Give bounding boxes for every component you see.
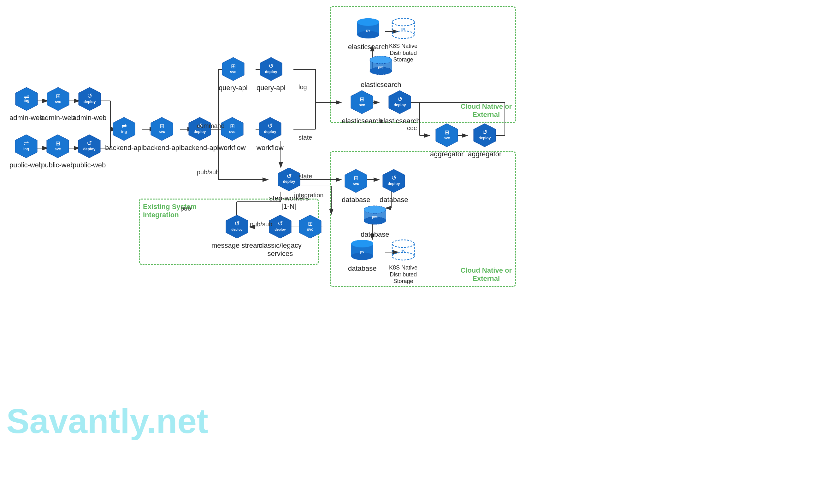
- svg-text:⊞: ⊞: [360, 96, 364, 102]
- svg-text:⊞: ⊞: [55, 140, 60, 147]
- admin-web-deploy-label: admin-web: [73, 114, 107, 122]
- es-svc-node: svc ⊞ elasticsearch: [342, 90, 382, 125]
- svg-text:svc: svc: [307, 227, 313, 232]
- svg-text:pv: pv: [366, 28, 371, 32]
- workflow-deploy-label: workflow: [257, 144, 284, 152]
- backend-api-svc-label: backend-api: [143, 144, 181, 152]
- es-deploy-label: elasticsearch: [380, 117, 420, 125]
- edge-label-pubsub2: pub/sub: [250, 221, 272, 228]
- aggregator-svc-node: svc ⊞ aggregator: [430, 123, 463, 158]
- public-web-svc-node: svc ⊞ public-web: [41, 134, 74, 169]
- svg-text:⊞: ⊞: [55, 93, 60, 99]
- svg-text:deploy: deploy: [388, 182, 400, 186]
- svg-text:deploy: deploy: [264, 130, 276, 134]
- workflow-svc-label: workflow: [219, 144, 246, 152]
- svg-text:pvc: pvc: [372, 215, 378, 219]
- svg-point-102: [357, 18, 379, 26]
- legacy-deploy-label: classic/legacyservices: [259, 241, 302, 258]
- backend-api-ing-node: ing ⇌ backend-api: [105, 117, 143, 152]
- svg-text:⊞: ⊞: [230, 123, 235, 129]
- es-pv-node: pv elasticsearch: [348, 17, 388, 51]
- svg-text:⊞: ⊞: [231, 63, 236, 69]
- edge-label-state1: state: [299, 134, 312, 141]
- db-pvc-node: pvc database: [361, 205, 389, 239]
- svg-text:↺: ↺: [277, 220, 283, 227]
- es-pv-label: elasticsearch: [348, 43, 388, 51]
- svg-text:⇌: ⇌: [24, 93, 29, 100]
- svg-text:svc: svc: [229, 130, 236, 134]
- cloud-native-bottom-label: Cloud Native orExternal: [460, 266, 512, 283]
- svg-text:deploy: deploy: [83, 100, 96, 104]
- svg-text:⊞: ⊞: [354, 175, 358, 181]
- aggregator-svc-label: aggregator: [430, 150, 463, 158]
- admin-web-svc-node: svc ⊞ admin-web: [41, 87, 75, 122]
- svg-point-134: [351, 240, 373, 247]
- query-api-deploy-label: query-api: [257, 84, 286, 92]
- svg-text:ing: ing: [23, 147, 29, 151]
- svg-text:svc: svc: [55, 100, 61, 104]
- backend-api-deploy-node: deploy ↺ backend-api: [181, 117, 219, 152]
- svg-point-139: [392, 252, 414, 260]
- svg-text:↺: ↺: [86, 140, 92, 147]
- svg-text:svc: svc: [444, 136, 450, 140]
- edge-label-pubsub: pub/sub: [197, 169, 219, 176]
- svg-text:↺: ↺: [286, 173, 292, 180]
- admin-web-ing-label: admin-web: [9, 114, 44, 122]
- svg-point-112: [370, 56, 392, 64]
- svg-text:deploy: deploy: [275, 228, 286, 231]
- svg-point-136: [392, 240, 414, 247]
- svg-text:pv: pv: [360, 250, 365, 254]
- cloud-native-top-label: Cloud Native orExternal: [460, 102, 512, 119]
- svg-text:deploy: deploy: [283, 179, 295, 184]
- db-sc-node: sc K8S NativeDistributedStorage: [389, 239, 417, 285]
- edge-label-pub: pub: [180, 205, 191, 212]
- es-svc-label: elasticsearch: [342, 117, 382, 125]
- legacy-svc-node: svc ⊞: [298, 214, 323, 240]
- db-pvc-label: database: [361, 230, 389, 239]
- edge-label-command: command: [197, 122, 225, 130]
- public-web-deploy-label: public-web: [73, 161, 106, 169]
- es-deploy-node: deploy ↺ elasticsearch: [380, 90, 420, 125]
- msg-stream-label: message stream: [212, 241, 263, 250]
- msg-stream-deploy-node: deploy ↺ message stream: [212, 214, 263, 250]
- public-web-ing-node: ing ⇌ public-web: [9, 134, 43, 169]
- public-web-deploy-node: deploy ↺ public-web: [73, 134, 106, 169]
- db-deploy-node: deploy ↺ database: [380, 169, 408, 204]
- diagram-container: Savantly.net Cloud Native orExternal Clo…: [0, 0, 815, 504]
- admin-web-deploy-node: deploy ↺ admin-web: [73, 87, 107, 122]
- svg-text:deploy: deploy: [83, 147, 95, 151]
- svg-point-129: [364, 206, 386, 213]
- svg-text:↺: ↺: [268, 62, 274, 69]
- query-api-svc-label: query-api: [219, 84, 248, 92]
- public-web-ing-label: public-web: [9, 161, 43, 169]
- svg-text:deploy: deploy: [394, 103, 406, 107]
- svg-text:svc: svc: [230, 70, 236, 74]
- watermark: Savantly.net: [6, 401, 208, 441]
- db-pv-label: database: [348, 264, 377, 273]
- svg-text:⊞: ⊞: [445, 129, 449, 136]
- backend-api-ing-label: backend-api: [105, 144, 143, 152]
- aggregator-deploy-label: aggregator: [468, 150, 501, 158]
- edge-label-log: log: [299, 84, 307, 91]
- svg-text:svc: svc: [159, 130, 165, 134]
- svg-text:↺: ↺: [482, 129, 487, 136]
- backend-api-deploy-label: backend-api: [181, 144, 219, 152]
- db-pv-node: pv database: [348, 239, 377, 273]
- svg-text:⊞: ⊞: [159, 123, 164, 129]
- backend-api-svc-node: svc ⊞ backend-api: [143, 117, 181, 152]
- db-svc-node: svc ⊞ database: [342, 169, 370, 204]
- edge-label-cdc: cdc: [407, 125, 417, 132]
- workflow-deploy-node: deploy ↺ workflow: [257, 117, 284, 152]
- workflow-svc-node: svc ⊞ workflow: [219, 117, 246, 152]
- edge-label-integration: integration: [294, 192, 323, 199]
- db-sc-label: K8S NativeDistributedStorage: [389, 264, 417, 285]
- svg-text:deploy: deploy: [265, 70, 277, 74]
- admin-web-svc-label: admin-web: [41, 114, 75, 122]
- svg-text:deploy: deploy: [479, 136, 491, 140]
- svg-text:⊞: ⊞: [308, 221, 313, 227]
- svg-text:↺: ↺: [235, 220, 240, 227]
- svg-text:↺: ↺: [267, 122, 273, 129]
- svg-text:svc: svc: [353, 182, 359, 186]
- svg-text:sc: sc: [401, 27, 405, 31]
- svg-point-107: [392, 31, 414, 38]
